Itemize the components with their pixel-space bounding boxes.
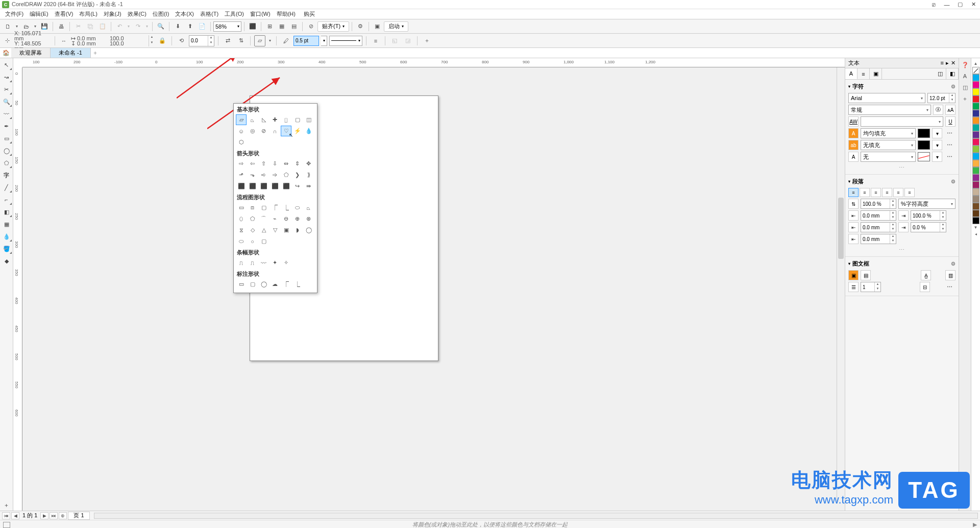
arrow-callout-l[interactable]: ⬛ xyxy=(247,181,258,191)
redo-dropdown[interactable]: ▾ xyxy=(144,24,150,29)
outline-more-button[interactable]: ⋯ xyxy=(944,152,955,161)
arrow-right-3[interactable]: ➩ xyxy=(270,170,280,180)
shape-parallelogram[interactable]: ▱ xyxy=(236,114,247,125)
menu-bitmap[interactable]: 位图(I) xyxy=(150,9,172,19)
order-back-button[interactable]: ◲ xyxy=(402,35,413,46)
arrow-pentagon[interactable]: ⬠ xyxy=(281,170,291,180)
page-prev-button[interactable]: ◀ xyxy=(11,512,19,519)
align-force-button[interactable]: ≡ xyxy=(904,188,915,197)
arrow-leftright[interactable]: ⇔ xyxy=(281,158,291,169)
scale-x-value[interactable]: 100.0 xyxy=(110,36,146,41)
flow-process[interactable]: ▭ xyxy=(236,202,247,213)
page-tab-1[interactable]: 页 1 xyxy=(68,512,89,520)
shape-teardrop[interactable]: 💧 xyxy=(303,126,314,136)
docker-tab-paragraph[interactable]: ≡ xyxy=(857,68,870,79)
minimize-button[interactable]: — xyxy=(942,1,951,8)
maximize-button[interactable]: ▢ xyxy=(955,1,965,8)
vtab-align[interactable]: A xyxy=(961,71,970,81)
lock-ratio-button[interactable]: 🔒 xyxy=(157,35,168,46)
open-dropdown[interactable]: ▾ xyxy=(33,24,38,29)
flow-collate[interactable]: ⧖ xyxy=(236,225,247,235)
fill-color-swatch[interactable] xyxy=(918,129,930,138)
shape-tool[interactable]: ↝ xyxy=(1,71,12,83)
flow-extract[interactable]: △ xyxy=(258,225,269,235)
flow-alternate[interactable]: ▢ xyxy=(258,236,269,247)
flow-card[interactable]: ▢ xyxy=(258,202,269,213)
page-next-button[interactable]: ▶ xyxy=(40,512,48,519)
menu-effects[interactable]: 效果(C) xyxy=(125,9,150,19)
transparency-tool[interactable]: ▦ xyxy=(1,219,12,230)
callout-line1[interactable]: ⎾ xyxy=(281,279,291,290)
palette-swatch[interactable] xyxy=(972,217,979,224)
palette-swatch[interactable] xyxy=(972,210,979,217)
arrow-callout-lr[interactable]: ⬛ xyxy=(281,181,291,191)
shape-trapezoid[interactable]: ⏢ xyxy=(247,114,258,125)
export-button[interactable]: ⬆ xyxy=(184,21,195,32)
indent-right-field[interactable]: ▲▼ xyxy=(911,210,946,221)
frame-more-button[interactable]: ⋯ xyxy=(944,282,955,292)
line-height-unit-combo[interactable]: %字符高度▾ xyxy=(898,199,955,209)
flow-summing[interactable]: ⊕ xyxy=(292,213,303,224)
menu-layout[interactable]: 布局(L) xyxy=(76,9,100,19)
palette-swatch[interactable] xyxy=(972,181,979,188)
x-value[interactable]: 105.071 mm xyxy=(14,30,41,41)
flow-stored-data[interactable]: ⌒ xyxy=(258,213,269,224)
page-first-button[interactable]: ⏮ xyxy=(2,512,10,519)
shape-hexagon-alt[interactable]: ⬡ xyxy=(236,137,247,148)
shape-picker-button[interactable]: ▱ xyxy=(254,35,265,46)
zoom-tool[interactable]: 🔍 xyxy=(1,96,12,107)
indent-left-field[interactable]: ▲▼ xyxy=(861,210,896,221)
indent-first-field[interactable]: ▲▼ xyxy=(861,222,896,232)
frame-btn-1[interactable]: ▣ xyxy=(848,270,859,280)
shape-smiley[interactable]: ☺ xyxy=(236,126,247,136)
underline-button[interactable]: U xyxy=(945,116,955,127)
frame-section-header[interactable]: ▾图文框⚙ xyxy=(848,259,955,269)
docker-tab-frame[interactable]: ▣ xyxy=(870,68,882,79)
parallel-dim-tool[interactable]: ╱ xyxy=(1,182,12,193)
vtab-hints[interactable]: ❓ xyxy=(961,60,970,69)
spacing-mm-field[interactable]: ▲▼ xyxy=(861,234,896,244)
flow-or[interactable]: ⊗ xyxy=(303,213,314,224)
shape-bevel[interactable]: ◫ xyxy=(303,114,314,125)
text-options-icon[interactable]: Ⓐ xyxy=(933,105,943,115)
arrow-left[interactable]: ⇦ xyxy=(247,158,258,169)
font-family-combo[interactable]: Arial▾ xyxy=(848,93,925,103)
palette-swatch[interactable] xyxy=(972,167,979,174)
kerning-combo[interactable]: ▾ xyxy=(861,116,943,127)
shape-lightning[interactable]: ⚡ xyxy=(292,126,303,136)
palette-up-arrow[interactable]: ▲ xyxy=(974,60,978,67)
para-options-icon[interactable]: ⚙ xyxy=(951,179,955,184)
outline-width-dropdown[interactable]: ▾ xyxy=(321,36,327,46)
bg-fill-combo[interactable]: 无填充▾ xyxy=(861,140,916,150)
pick-tool[interactable]: ↖ xyxy=(1,59,12,70)
order-front-button[interactable]: ◱ xyxy=(389,35,400,46)
rotation-field[interactable]: ▲▼ xyxy=(189,35,214,46)
palette-no-color[interactable] xyxy=(972,67,979,74)
fill-type-combo[interactable]: 均匀填充▾ xyxy=(861,128,916,138)
menu-text[interactable]: 文本(X) xyxy=(172,9,197,19)
redo-button[interactable]: ↷ xyxy=(132,21,143,32)
close-button[interactable]: ✕ xyxy=(969,1,978,8)
para-expand-button[interactable]: ⋯ xyxy=(848,246,955,254)
align-none-button[interactable]: ≡ xyxy=(848,188,859,197)
bg-more-button[interactable]: ⋯ xyxy=(944,140,955,150)
font-weight-combo[interactable]: 常规▾ xyxy=(848,105,931,115)
undo-dropdown[interactable]: ▾ xyxy=(126,24,131,29)
line-style-combo[interactable]: ▾ xyxy=(329,36,362,46)
flow-display[interactable]: ⬯ xyxy=(236,213,247,224)
flow-seq-access[interactable]: ◯ xyxy=(303,225,314,235)
new-button[interactable]: 🗋 xyxy=(2,21,13,32)
menu-tools[interactable]: 工具(O) xyxy=(222,9,247,19)
show-guides-button[interactable]: ▤ xyxy=(288,21,300,32)
publish-pdf-button[interactable]: 📄 xyxy=(197,21,208,32)
palette-swatch[interactable] xyxy=(972,88,979,95)
copy-button[interactable]: ⿻ xyxy=(85,21,96,32)
bg-color-swatch[interactable] xyxy=(918,140,930,150)
show-rulers-button[interactable]: ⊞ xyxy=(264,21,275,32)
zoom-level-combo[interactable]: 58%▾ xyxy=(213,21,241,32)
docker-collapse-icon[interactable]: ▸ xyxy=(946,60,949,66)
palette-swatch[interactable] xyxy=(972,174,979,181)
arrow-quad[interactable]: ✥ xyxy=(303,158,314,169)
flow-internal-storage[interactable]: ▣ xyxy=(281,225,291,235)
font-size-field[interactable]: ▲▼ xyxy=(927,93,955,103)
